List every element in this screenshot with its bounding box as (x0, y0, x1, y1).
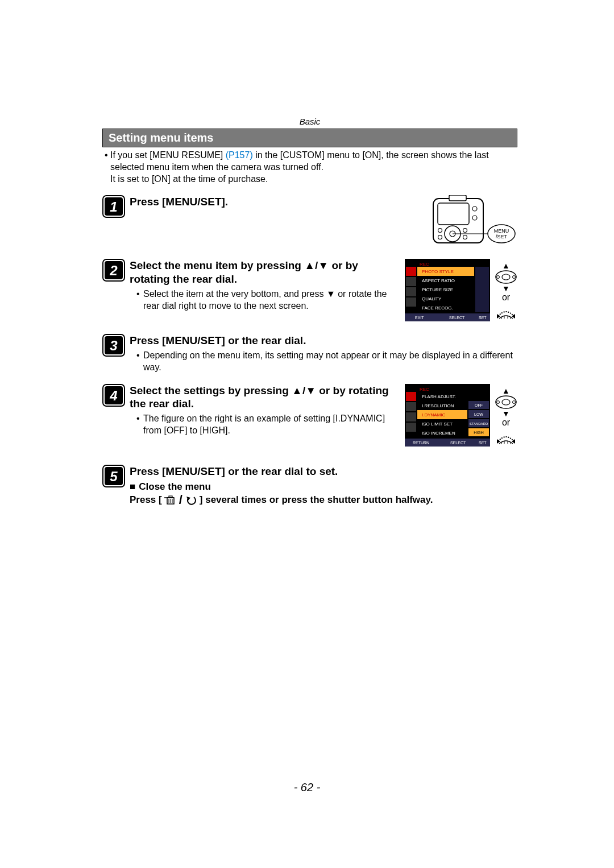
step-4-title: Select the settings by pressing ▲/▼ or b… (130, 384, 399, 411)
svg-text:OFF: OFF (475, 403, 483, 407)
svg-text:HIGH: HIGH (474, 431, 484, 435)
svg-text:REC: REC (420, 387, 429, 392)
svg-point-12 (472, 206, 477, 211)
svg-rect-21 (406, 267, 416, 276)
step-2-title: Select the menu item by pressing ▲/▼ or … (130, 259, 399, 286)
step-1-title: Press [MENU/SET]. (130, 195, 426, 209)
svg-text:SELECT: SELECT (449, 316, 465, 320)
svg-point-8 (438, 229, 442, 233)
step-3: 3 Press [MENU/SET] or the rear dial. • D… (102, 334, 517, 373)
dpad-icon (495, 395, 517, 410)
svg-rect-56 (406, 412, 416, 421)
bullet-dot: • (136, 350, 143, 374)
dpad-icon (495, 270, 517, 284)
svg-text:PICTURE SIZE: PICTURE SIZE (422, 287, 453, 292)
close-line-pre: Press [ (130, 494, 162, 506)
trash-icon (164, 495, 177, 505)
close-menu-title: Close the menu (139, 481, 211, 493)
square-bullet-icon: ■ (130, 481, 135, 493)
svg-text:ISO INCREMEN: ISO INCREMEN (422, 431, 455, 436)
up-triangle-icon: ▲ (502, 387, 510, 395)
svg-rect-31 (475, 267, 489, 312)
svg-point-11 (463, 235, 467, 239)
svg-text:1: 1 (110, 199, 117, 214)
camera-figure: MENU /SET (432, 195, 517, 249)
close-line-post: ] several times or press the shutter but… (200, 494, 433, 506)
svg-point-39 (513, 276, 516, 279)
svg-rect-4 (449, 195, 466, 201)
svg-text:STANDARD: STANDARD (470, 422, 488, 425)
svg-text:LOW: LOW (474, 412, 483, 416)
step-number-icon: 2 (102, 259, 125, 284)
menu-screenshot-2: REC FLASH ADJUST. I.RESOLUTION I.DYNAMIC… (405, 384, 490, 449)
intro-text-2: It is set to [ON] at the time of purchas… (110, 174, 268, 184)
step-5: 5 Press [MENU/SET] or the rear dial to s… (102, 465, 517, 508)
svg-text:2: 2 (109, 263, 118, 278)
step-4-sub: The figure on the right is an example of… (143, 413, 399, 437)
down-triangle-icon: ▼ (502, 410, 510, 418)
dpad-or-dial: ▲ ▼ or (495, 387, 517, 446)
svg-rect-24 (406, 297, 416, 307)
slash-icon: / (179, 493, 182, 507)
step-4: 4 Select the settings by pressing ▲/▼ or… (102, 384, 517, 449)
step-5-title: Press [MENU/SET] or the rear dial to set… (130, 465, 517, 478)
svg-text:3: 3 (110, 338, 118, 353)
down-triangle-icon: ▼ (502, 284, 510, 292)
or-label: or (502, 418, 510, 428)
svg-point-38 (497, 276, 500, 279)
rear-dial-icon (495, 431, 517, 446)
svg-point-13 (472, 216, 477, 220)
return-arrow-icon (185, 495, 197, 505)
up-triangle-icon: ▲ (502, 262, 510, 270)
step-number-icon: 3 (102, 334, 125, 359)
svg-text:EXIT: EXIT (415, 316, 424, 320)
step-3-sub: Depending on the menu item, its setting … (143, 350, 517, 374)
rear-dial-icon (495, 306, 517, 321)
svg-text:SET: SET (479, 441, 487, 445)
svg-text:I.DYNAMIC: I.DYNAMIC (422, 412, 446, 418)
svg-text:SET: SET (479, 316, 487, 320)
menu-screenshot-1: REC PHOTO STYLE ASPECT RATIO PICTURE SIZ… (405, 259, 490, 324)
svg-rect-23 (406, 287, 416, 296)
section-header: Setting menu items (102, 129, 517, 147)
bullet-dot: • (105, 150, 110, 185)
svg-text:PHOTO STYLE: PHOTO STYLE (422, 269, 454, 274)
or-label: or (502, 292, 510, 303)
svg-text:5: 5 (110, 469, 118, 484)
svg-point-9 (438, 235, 442, 239)
menu-set-label-1: MENU (494, 228, 509, 234)
svg-text:ISO LIMIT SET: ISO LIMIT SET (422, 421, 453, 427)
step-number-icon: 5 (102, 465, 125, 490)
svg-point-37 (502, 274, 510, 280)
svg-rect-55 (406, 402, 416, 411)
bullet-dot: • (136, 413, 143, 437)
intro-note: • If you set [MENU RESUME] (P157) in the… (102, 150, 517, 185)
svg-text:ASPECT RATIO: ASPECT RATIO (422, 278, 455, 283)
dpad-or-dial: ▲ ▼ or (495, 262, 517, 321)
intro-text-1a: If you set [MENU RESUME] (110, 150, 226, 160)
svg-text:FACE RECOG.: FACE RECOG. (422, 305, 453, 311)
svg-point-77 (502, 399, 510, 405)
svg-rect-22 (406, 277, 416, 286)
bullet-dot: • (136, 288, 143, 312)
svg-text:QUALITY: QUALITY (422, 296, 442, 301)
chapter-label: Basic (102, 117, 517, 126)
svg-text:FLASH ADJUST.: FLASH ADJUST. (422, 394, 456, 399)
svg-text:I.RESOLUTION: I.RESOLUTION (422, 403, 454, 408)
svg-point-79 (513, 400, 516, 403)
step-number-icon: 4 (102, 384, 125, 409)
svg-rect-54 (406, 392, 416, 401)
page-ref-link[interactable]: (P157) (226, 150, 253, 160)
svg-text:RETURN: RETURN (413, 441, 429, 445)
step-1: 1 Press [MENU/SET]. (102, 195, 517, 249)
step-2-sub: Select the item at the very bottom, and … (143, 288, 399, 312)
step-2: 2 Select the menu item by pressing ▲/▼ o… (102, 259, 517, 324)
svg-text:REC: REC (420, 262, 429, 267)
menu-set-label-2: /SET (496, 234, 508, 239)
svg-point-10 (463, 229, 467, 233)
step-number-icon: 1 (102, 195, 125, 220)
page-number: - 62 - (0, 781, 614, 794)
svg-text:SELECT: SELECT (450, 441, 466, 445)
step-3-title: Press [MENU/SET] or the rear dial. (130, 334, 517, 348)
svg-point-78 (497, 400, 500, 403)
